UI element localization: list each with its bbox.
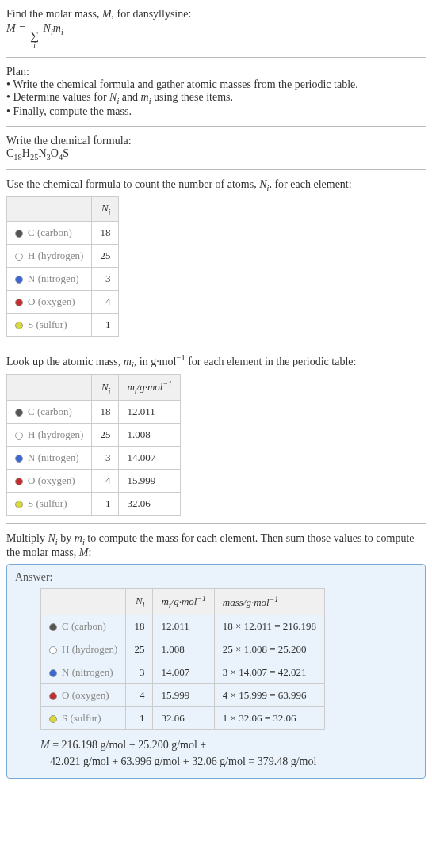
elem-name: S (sulfur) — [28, 497, 67, 509]
elem-name: N (nitrogen) — [62, 666, 113, 678]
elem-name: H (hydrogen) — [28, 428, 83, 440]
count-cell: 3 — [126, 661, 153, 684]
divider — [6, 57, 426, 58]
elem-name: O (oxygen) — [62, 689, 109, 701]
atom-icon — [49, 623, 57, 631]
atom-icon — [15, 409, 23, 417]
elem-name: N (nitrogen) — [28, 451, 79, 463]
count-cell: 1 — [92, 313, 119, 336]
element-cell: S (sulfur) — [7, 313, 92, 336]
atom-icon — [15, 276, 23, 284]
element-cell: C (carbon) — [41, 615, 126, 638]
col-mass-label: mass/g·mol — [223, 596, 270, 608]
col-Ni: Ni — [126, 589, 153, 615]
plan-m: m — [141, 91, 149, 103]
answer-equation: M = 216.198 g/mol + 25.200 g/mol + 42.02… — [40, 737, 417, 770]
col-element — [7, 197, 92, 222]
f-H: H — [22, 147, 30, 159]
element-cell: N (nitrogen) — [7, 267, 92, 290]
sum-index: i — [33, 41, 36, 49]
masses-table: Ni mi/g·mol−1 C (carbon)1812.011 H (hydr… — [6, 374, 181, 516]
computed-cell: 4 × 15.999 = 63.996 — [214, 684, 324, 707]
atom-icon — [49, 646, 57, 654]
masses-pre: Look up the atomic mass, — [6, 356, 124, 367]
table-header-row: Ni mi/g·mol−1 mass/g·mol−1 — [41, 589, 325, 615]
formula-section: Write the chemical formula: C18H25N3O4S — [6, 135, 426, 162]
computed-cell: 18 × 12.011 = 216.198 — [214, 615, 324, 638]
elem-name: C (carbon) — [28, 405, 72, 417]
mult-m: m — [75, 532, 82, 544]
atom-icon — [49, 715, 57, 723]
intro-M: M — [102, 8, 112, 20]
col-Ni: Ni — [92, 197, 119, 222]
count-cell: 4 — [92, 290, 119, 313]
col-m-sym: m — [127, 382, 134, 394]
plan-and: and — [119, 91, 140, 103]
count-cell: 1 — [92, 493, 119, 516]
formula-heading: Write the chemical formula: — [6, 135, 426, 147]
col-N-idx: i — [109, 386, 111, 394]
plan-bullet-3: • Finally, compute the mass. — [6, 105, 426, 118]
mult-end: : — [88, 546, 91, 558]
element-cell: H (hydrogen) — [41, 638, 126, 661]
atom-icon — [15, 230, 23, 238]
col-N-sym: N — [101, 202, 109, 214]
divider — [6, 345, 426, 345]
col-N-sym: N — [136, 595, 143, 607]
elem-name: C (carbon) — [28, 227, 72, 238]
table-row: H (hydrogen)25 — [7, 244, 119, 267]
atom-icon — [15, 455, 23, 463]
eq-lhs: M = — [6, 22, 29, 34]
table-row: H (hydrogen)251.00825 × 1.008 = 25.200 — [41, 638, 325, 661]
table-row: O (oxygen)4 — [7, 290, 119, 313]
count-N: N — [259, 178, 266, 190]
atom-icon — [49, 692, 57, 700]
elem-name: H (hydrogen) — [28, 249, 83, 261]
answer-eq1: = 216.198 g/mol + 25.200 g/mol + — [50, 739, 207, 751]
count-table: Ni C (carbon)18 H (hydrogen)25 N (nitrog… — [6, 196, 119, 337]
table-row: N (nitrogen)314.007 — [7, 447, 181, 470]
sigma-icon: ∑ — [30, 29, 39, 41]
computed-cell: 25 × 1.008 = 25.200 — [214, 638, 324, 661]
col-mi: mi/g·mol−1 — [119, 375, 180, 401]
count-post: , for each element: — [269, 178, 351, 190]
f-S: S — [63, 147, 69, 159]
element-cell: O (oxygen) — [7, 470, 92, 493]
col-N-sym: N — [101, 381, 109, 393]
mass-cell: 12.011 — [153, 615, 214, 638]
element-cell: S (sulfur) — [41, 707, 126, 730]
col-m-exp: −1 — [197, 594, 205, 603]
sum-icon: ∑i — [30, 29, 39, 49]
mult-pre: Multiply — [6, 532, 48, 544]
intro-text: Find the molar mass, — [6, 8, 102, 20]
table-row: N (nitrogen)3 — [7, 267, 119, 290]
masses-exp: −1 — [176, 353, 185, 362]
col-mi: mi/g·mol−1 — [153, 589, 214, 615]
eq-m: m — [53, 22, 61, 34]
table-row: N (nitrogen)314.0073 × 14.007 = 42.021 — [41, 661, 325, 684]
table-row: S (sulfur)132.06 — [7, 493, 181, 516]
f-C: C — [6, 147, 13, 159]
multiply-section: Multiply Ni by mi to compute the mass fo… — [6, 532, 426, 559]
computed-cell: 1 × 32.06 = 32.06 — [214, 707, 324, 730]
count-cell: 4 — [126, 684, 153, 707]
divider — [6, 126, 426, 127]
element-cell: C (carbon) — [7, 401, 92, 424]
count-cell: 18 — [92, 401, 119, 424]
computed-cell: 3 × 14.007 = 42.021 — [214, 661, 324, 684]
count-pre: Use the chemical formula to count the nu… — [6, 178, 259, 190]
element-cell: H (hydrogen) — [7, 424, 92, 447]
elem-name: S (sulfur) — [62, 712, 101, 724]
atom-icon — [49, 669, 57, 677]
elem-name: S (sulfur) — [28, 318, 67, 330]
intro-text2: , for dansyllysine: — [112, 8, 192, 20]
col-N-idx: i — [109, 207, 111, 216]
element-cell: O (oxygen) — [7, 290, 92, 313]
count-heading: Use the chemical formula to count the nu… — [6, 178, 426, 192]
count-cell: 18 — [126, 615, 153, 638]
divider — [6, 169, 426, 170]
answer-eq-line1: M = 216.198 g/mol + 25.200 g/mol + — [40, 737, 417, 753]
count-cell: 4 — [92, 470, 119, 493]
masses-section: Look up the atomic mass, mi, in g·mol−1 … — [6, 353, 426, 516]
count-cell: 25 — [92, 424, 119, 447]
